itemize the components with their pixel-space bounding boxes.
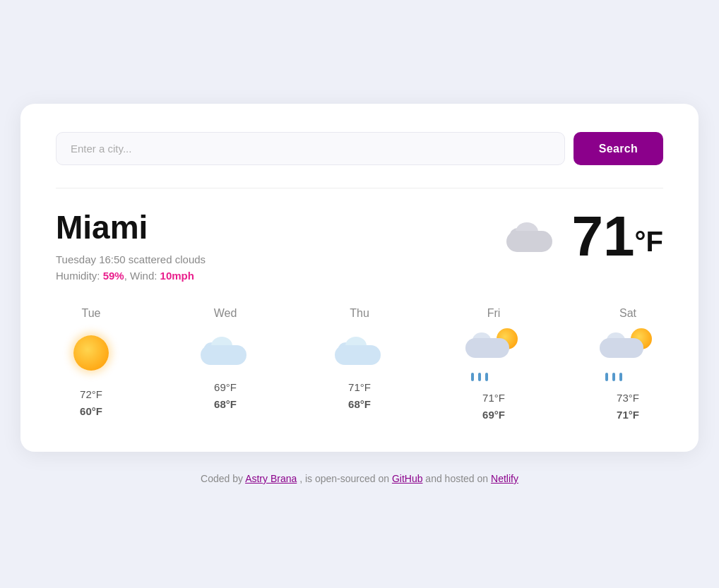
forecast-icon-fri [465, 328, 522, 381]
forecast-row: Tue 72°F 60°F Wed 69°F [56, 307, 663, 424]
forecast-temps-thu: 71°F 68°F [348, 379, 371, 413]
low-temp: 60°F [80, 403, 102, 420]
search-button[interactable]: Search [574, 132, 663, 165]
day-label-thu: Thu [350, 307, 369, 320]
cloud-body [335, 345, 381, 365]
date-description: Tuesday 16:50 scattered clouds [56, 253, 206, 265]
search-row: Search [56, 132, 663, 165]
day-label-sat: Sat [619, 307, 636, 320]
high-temp: 72°F [80, 386, 102, 403]
forecast-day-tue: Tue 72°F 60°F [56, 307, 126, 424]
rain-drops [471, 373, 488, 381]
high-temp: 71°F [348, 379, 371, 396]
rain-drop [605, 373, 608, 381]
low-temp: 68°F [214, 396, 237, 413]
cloudy-icon [197, 328, 254, 371]
high-temp: 73°F [617, 390, 639, 407]
current-temperature: 71°F [572, 208, 663, 265]
divider [56, 188, 663, 188]
rainy-icon [465, 328, 522, 381]
rain-drop [612, 373, 615, 381]
footer-text-mid: , is open-sourced on [297, 473, 392, 484]
forecast-icon-sat [600, 328, 656, 381]
footer-text-end: and hosted on [422, 473, 491, 484]
city-name: Miami [56, 208, 206, 246]
forecast-temps-fri: 71°F 69°F [482, 390, 505, 424]
footer-text-before: Coded by [201, 473, 245, 484]
cloud-front [600, 338, 643, 358]
day-label-fri: Fri [487, 307, 501, 320]
wind-value: 10mph [160, 270, 194, 282]
rainy-icon [600, 328, 656, 381]
sun-circle [73, 335, 109, 371]
day-label-tue: Tue [82, 307, 101, 320]
city-search-input[interactable] [56, 132, 565, 165]
humidity-value: 59% [103, 270, 124, 282]
footer: Coded by Astry Brana , is open-sourced o… [201, 473, 518, 484]
temp-number: 71 [572, 205, 635, 268]
temp-unit: °F [635, 226, 663, 257]
rain-drop [471, 373, 474, 381]
forecast-day-thu: Thu 71°F 68°F [324, 307, 395, 424]
weather-card: Search Miami Tuesday 16:50 scattered clo… [20, 104, 699, 452]
low-temp: 69°F [482, 407, 505, 424]
rain-drop [485, 373, 488, 381]
current-weather: Miami Tuesday 16:50 scattered clouds Hum… [56, 208, 663, 282]
cloud-icon [503, 215, 559, 258]
humidity-label: Humidity: [56, 270, 103, 282]
high-temp: 69°F [214, 379, 237, 396]
forecast-icon-tue [66, 328, 116, 378]
city-info: Miami Tuesday 16:50 scattered clouds Hum… [56, 208, 206, 282]
rain-drop [619, 373, 622, 381]
rain-drop [478, 373, 481, 381]
cloud-body [201, 345, 246, 365]
cloudy-icon [331, 328, 388, 371]
forecast-day-wed: Wed 69°F 68°F [190, 307, 261, 424]
netlify-link[interactable]: Netlify [491, 473, 518, 484]
low-temp: 71°F [617, 407, 639, 424]
humidity-wind: Humidity: 59%, Wind: 10mph [56, 270, 206, 282]
forecast-temps-tue: 72°F 60°F [80, 386, 102, 420]
author-link[interactable]: Astry Brana [245, 473, 297, 484]
forecast-temps-wed: 69°F 68°F [214, 379, 237, 413]
rain-drops [605, 373, 622, 381]
wind-label: , Wind: [124, 270, 160, 282]
high-temp: 71°F [482, 390, 505, 407]
day-label-wed: Wed [214, 307, 237, 320]
github-link[interactable]: GitHub [392, 473, 423, 484]
forecast-day-sat: Sat 73°F 71°F [593, 307, 663, 424]
low-temp: 68°F [348, 396, 371, 413]
forecast-icon-thu [331, 328, 388, 371]
sun-icon [66, 328, 116, 378]
cloud-front [465, 338, 509, 358]
forecast-icon-wed [197, 328, 254, 371]
forecast-day-fri: Fri 71°F 69°F [458, 307, 529, 424]
temp-icon-group: 71°F [503, 208, 663, 265]
forecast-temps-sat: 73°F 71°F [617, 390, 639, 424]
cloud-body [506, 231, 552, 252]
current-weather-icon [503, 215, 559, 258]
